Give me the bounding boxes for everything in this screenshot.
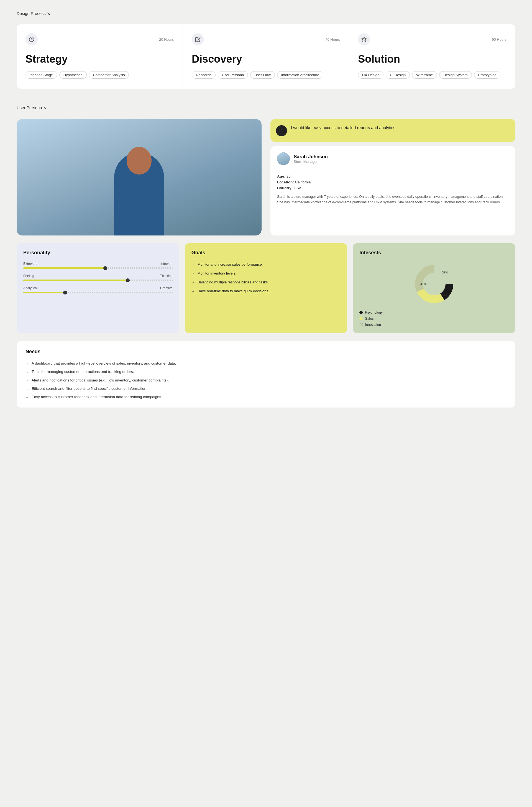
needs-list: → A dashboard that provides a high-level…: [25, 361, 507, 400]
tag-user-flow: User Flow: [250, 71, 275, 79]
legend-innovation: Innovation: [359, 323, 509, 327]
goal-item-3: → Balancing multiple responsibilities an…: [191, 280, 341, 285]
discovery-title: Discovery: [192, 53, 340, 65]
slider-track-2: [23, 280, 173, 281]
persona-location: Location: California: [277, 180, 509, 184]
legend-dot-psychology: [359, 311, 363, 314]
goal-item-4: → Have real-time data to make quick deci…: [191, 288, 341, 294]
pencil-icon: [195, 37, 201, 42]
need-arrow-5: →: [25, 395, 29, 400]
discovery-icon-wrap: [192, 33, 204, 45]
slider-analytical: Analytical Creative: [23, 286, 173, 293]
svg-marker-3: [362, 37, 366, 42]
slider-fill-2: [23, 280, 128, 281]
user-persona-label: User Persona ↘: [17, 105, 515, 110]
persona-bio: Sarah is a store manager with 7 years of…: [277, 194, 509, 205]
personality-title: Personality: [23, 250, 173, 256]
need-item-1: → A dashboard that provides a high-level…: [25, 361, 507, 366]
need-item-4: → Efficient search and filter options to…: [25, 386, 507, 391]
discovery-header: 40 Hours: [192, 33, 340, 45]
persona-country: Country: USA: [277, 186, 509, 190]
tag-prototyping: Prototyping: [474, 71, 501, 79]
quote-bubble: " I would like easy access to detailed r…: [270, 119, 515, 142]
slider-labels-1: Extrovert Introvert: [23, 262, 173, 266]
need-arrow-3: →: [25, 378, 29, 383]
arrow-icon-4: →: [191, 289, 195, 294]
design-process-section: Design Process ↘ 20 Hours Strategy Ideat…: [17, 11, 515, 89]
solution-header: 90 Hours: [358, 33, 507, 45]
strategy-icon-wrap: [25, 33, 38, 45]
slider-track-3: [23, 292, 173, 293]
goals-card: Goals → Monitor and increase sales perfo…: [185, 243, 347, 333]
goal-item-1: → Monitor and increase sales performance…: [191, 262, 341, 267]
need-item-2: → Tools for managing customer interactio…: [25, 369, 507, 374]
goals-list: → Monitor and increase sales performance…: [191, 262, 341, 294]
persona-age: Age: 36: [277, 174, 509, 178]
need-item-3: → Alerts and notifications for critical …: [25, 378, 507, 383]
tag-research: Research: [192, 71, 215, 79]
donut-label-innovation: 32%: [442, 271, 448, 274]
donut-chart: 41% 32% 37%: [359, 262, 509, 306]
strategy-tags: Ideation Stage Hypotheses Competitor Ana…: [25, 71, 174, 79]
interests-title: Intesests: [359, 250, 509, 256]
solution-icon-wrap: [358, 33, 370, 45]
need-item-5: → Easy access to customer feedback and i…: [25, 394, 507, 400]
strategy-column: 20 Hours Strategy Ideation Stage Hypothe…: [17, 24, 183, 89]
slider-thumb-1: [103, 266, 107, 270]
persona-bottom-grid: Personality Extrovert Introvert Feeling …: [17, 243, 515, 333]
needs-card: Needs → A dashboard that provides a high…: [17, 341, 515, 407]
strategy-header: 20 Hours: [25, 33, 174, 45]
slider-fill-1: [23, 267, 105, 269]
goals-title: Goals: [191, 250, 341, 256]
design-process-label: Design Process ↘: [17, 11, 515, 16]
persona-role: Store Manager: [294, 159, 328, 164]
tag-info-arch: Information Architecture: [277, 71, 323, 79]
needs-title: Needs: [25, 349, 507, 354]
quote-text: I would like easy access to detailed rep…: [291, 125, 397, 131]
persona-card: Sarah Johnson Store Manager Age: 36 Loca…: [270, 146, 515, 235]
persona-name: Sarah Johnson: [294, 154, 328, 159]
persona-photo: [17, 119, 262, 235]
slider-thumb-2: [126, 278, 130, 282]
tag-user-persona: User Persona: [218, 71, 248, 79]
tag-ux-design: UX Design: [358, 71, 383, 79]
solution-tags: UX Design UI Design Wireframe Design Sys…: [358, 71, 507, 79]
strategy-hours: 20 Hours: [159, 37, 174, 42]
donut-svg: 41% 32% 37%: [412, 262, 456, 306]
discovery-hours: 40 Hours: [325, 37, 340, 42]
persona-top-grid: " I would like easy access to detailed r…: [17, 119, 515, 235]
slider-labels-2: Feeling Thinking: [23, 274, 173, 278]
svg-line-2: [32, 39, 33, 40]
slider-thumb-3: [63, 291, 67, 294]
quote-icon: ": [276, 125, 287, 136]
personality-card: Personality Extrovert Introvert Feeling …: [17, 243, 179, 333]
need-arrow-1: →: [25, 361, 29, 366]
arrow-icon-1: →: [191, 262, 195, 267]
donut-label-sales: 37%: [442, 294, 448, 297]
solution-hours: 90 Hours: [492, 37, 507, 42]
persona-right: " I would like easy access to detailed r…: [270, 119, 515, 235]
legend-dot-innovation: [359, 323, 363, 326]
persona-identity: Sarah Johnson Store Manager: [294, 154, 328, 164]
persona-photo-inner: [17, 119, 262, 235]
discovery-tags: Research User Persona User Flow Informat…: [192, 71, 340, 79]
arrow-icon-2: →: [191, 271, 195, 276]
loader-icon: [29, 37, 34, 42]
interests-legend: Psychology Sales Innovation: [359, 311, 509, 327]
discovery-column: 40 Hours Discovery Research User Persona…: [183, 24, 349, 89]
slider-track-1: [23, 267, 173, 269]
star-icon: [361, 37, 367, 42]
tag-ideation: Ideation Stage: [25, 71, 57, 79]
avatar: [277, 152, 290, 165]
avatar-inner: [277, 152, 290, 165]
persona-card-header: Sarah Johnson Store Manager: [277, 152, 509, 169]
user-persona-section: User Persona ↘ " I would like easy acces…: [17, 105, 515, 407]
tag-wireframe: Wireframe: [412, 71, 437, 79]
need-arrow-2: →: [25, 369, 29, 374]
tag-competitor: Competitor Analysis: [89, 71, 129, 79]
arrow-icon-3: →: [191, 280, 195, 285]
strategy-title: Strategy: [25, 53, 174, 65]
need-arrow-4: →: [25, 386, 29, 391]
tag-design-system: Design System: [439, 71, 472, 79]
legend-psychology: Psychology: [359, 311, 509, 314]
